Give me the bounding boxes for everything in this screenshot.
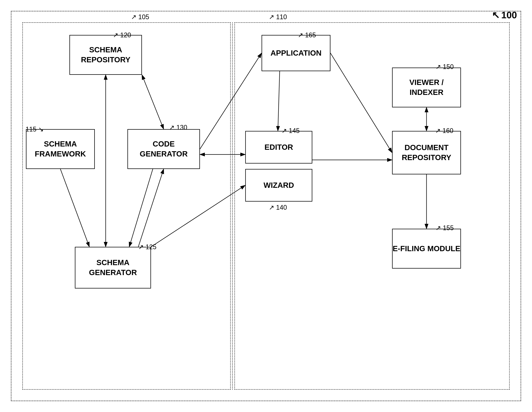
schema-repository-box: SCHEMA REPOSITORY [69, 35, 142, 75]
efiling-module-box: E-FILING MODULE [392, 229, 461, 269]
application-label: APPLICATION [270, 48, 322, 58]
code-generator-box: CODE GENERATOR [127, 129, 200, 169]
wizard-label: WIZARD [264, 180, 294, 190]
wizard-box: WIZARD [245, 169, 312, 201]
ref-125: ↗ 125 [138, 243, 156, 251]
ref-105: ↗ 105 [131, 13, 149, 21]
document-repository-box: DOCUMENT REPOSITORY [392, 131, 461, 174]
schema-generator-box: SCHEMA GENERATOR [75, 247, 151, 288]
ref-120: ↗ 120 [113, 31, 131, 39]
editor-box: EDITOR [245, 131, 312, 164]
ref-165: ↗ 165 [298, 31, 316, 39]
ref-100: ↖100 [492, 9, 517, 20]
document-repository-label: DOCUMENT REPOSITORY [393, 143, 460, 163]
diagram-outer: ↖100 ↗ 105 ↗ 110 SCHEMA REPOSITORY ↗ 120… [11, 11, 521, 401]
ref-155: ↗ 155 [436, 224, 454, 232]
ref-115: 115 ↘ [26, 126, 44, 133]
viewer-indexer-label: VIEWER / INDEXER [393, 78, 460, 97]
ref-140: ↗ 140 [269, 204, 287, 211]
left-sub-container [22, 22, 231, 390]
code-generator-label: CODE GENERATOR [128, 139, 200, 159]
ref-160: ↗ 160 [435, 127, 453, 135]
schema-generator-label: SCHEMA GENERATOR [76, 258, 151, 277]
schema-framework-box: SCHEMA FRAMEWORK [26, 129, 95, 169]
schema-repository-label: SCHEMA REPOSITORY [70, 45, 141, 65]
vertical-divider [232, 22, 233, 390]
ref-110: ↗ 110 [269, 13, 287, 21]
ref-150: ↗ 150 [436, 63, 454, 71]
viewer-indexer-box: VIEWER / INDEXER [392, 68, 461, 107]
schema-framework-label: SCHEMA FRAMEWORK [27, 139, 94, 159]
ref-130: ↗ 130 [169, 124, 187, 131]
efiling-module-label: E-FILING MODULE [393, 244, 460, 254]
ref-145: ↗ 145 [282, 127, 300, 135]
application-box: APPLICATION [262, 35, 331, 71]
editor-label: EDITOR [265, 142, 293, 152]
